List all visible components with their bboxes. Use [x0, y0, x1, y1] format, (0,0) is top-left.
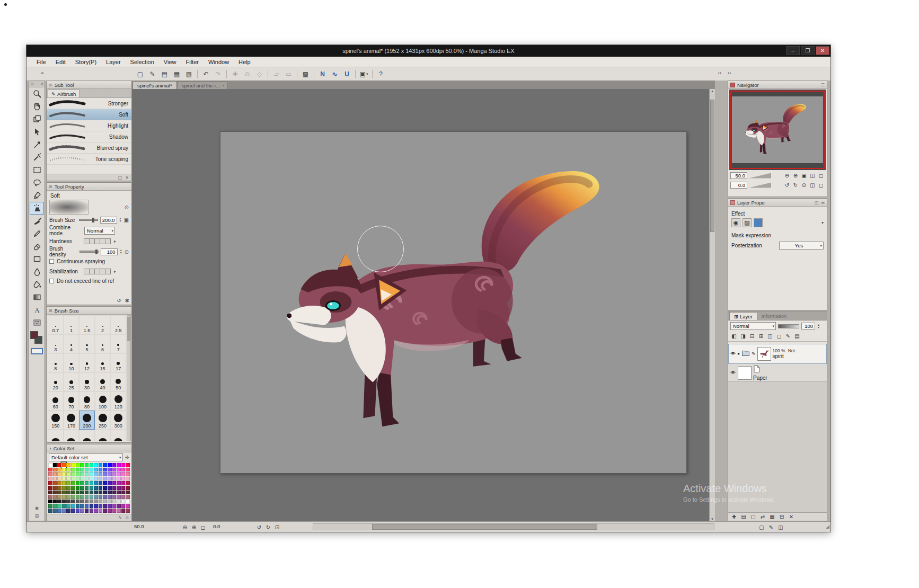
palette-swatch[interactable]	[112, 486, 117, 490]
brush-size-cell[interactable]: 2	[95, 315, 111, 334]
palette-swatch[interactable]	[62, 477, 66, 481]
menu-storyp[interactable]: Story(P)	[70, 57, 101, 67]
palette-swatch[interactable]	[48, 491, 52, 495]
statusbar-zoom-2-icon[interactable]: ◻	[199, 523, 207, 531]
palette-swatch[interactable]	[85, 472, 89, 476]
subtool-item-stronger[interactable]: Stronger	[47, 98, 131, 109]
palette-swatch[interactable]	[126, 491, 130, 495]
palette-swatch[interactable]	[53, 463, 57, 467]
palette-swatch[interactable]	[80, 504, 84, 508]
palette-swatch[interactable]	[99, 472, 103, 476]
eyedropper-icon[interactable]: ✎	[119, 514, 122, 521]
palette-swatch[interactable]	[126, 504, 130, 508]
palette-swatch[interactable]	[121, 486, 126, 490]
subtool-panel-header[interactable]: ⊞ Sub Tool	[47, 81, 131, 89]
palette-swatch[interactable]	[85, 463, 89, 467]
selection-launcher-icon[interactable]: ▩	[300, 69, 311, 80]
palette-swatch[interactable]	[126, 509, 130, 513]
palette-swatch[interactable]	[112, 481, 117, 485]
palette-swatch[interactable]	[103, 481, 107, 485]
layer-footer-4-icon[interactable]: ▦	[768, 513, 776, 521]
palette-swatch[interactable]	[112, 509, 117, 513]
palette-swatch[interactable]	[62, 504, 66, 508]
palette-swatch[interactable]	[48, 472, 52, 476]
navigator-header[interactable]: Navigator ☰	[728, 81, 827, 89]
invert-selection-icon[interactable]: ▭	[283, 69, 294, 80]
statusbar-zoom-1-icon[interactable]: ⊕	[190, 523, 198, 531]
layer-toolbar-1-icon[interactable]: ◨	[739, 332, 747, 340]
brush-density-stepper[interactable]: ▲▼	[120, 249, 122, 254]
pencil-tool[interactable]	[30, 227, 44, 240]
navigate-tool[interactable]	[30, 113, 44, 126]
menu-file[interactable]: File	[32, 57, 51, 67]
palette-swatch[interactable]	[80, 472, 84, 476]
posterization-dropdown[interactable]: Yes▾	[779, 242, 824, 250]
pen-tool[interactable]	[30, 189, 44, 202]
menu-help[interactable]: Help	[234, 57, 255, 67]
palette-swatch[interactable]	[62, 468, 66, 472]
layer-footer-1-icon[interactable]: ▤	[740, 513, 747, 521]
palette-swatch[interactable]	[121, 468, 126, 472]
palette-swatch[interactable]	[57, 468, 61, 472]
palette-swatch[interactable]	[126, 481, 130, 485]
text-tool[interactable]: A	[30, 304, 44, 316]
navigator-zoom-3-icon[interactable]: ◫	[809, 172, 816, 180]
duplicate-icon[interactable]: ▤	[159, 69, 170, 80]
palette-swatch[interactable]	[121, 477, 126, 481]
palette-swatch[interactable]	[66, 463, 70, 467]
brush-size-cell[interactable]: 250	[95, 411, 111, 430]
effect-0-icon[interactable]: ◉	[731, 218, 740, 227]
deselect-icon[interactable]: ▱	[271, 69, 282, 80]
palette-swatch[interactable]	[80, 463, 84, 467]
statusbar-zoom-0-icon[interactable]: ⊖	[181, 523, 189, 531]
palette-swatch[interactable]	[117, 509, 121, 513]
color-set-header[interactable]: ◑ Color Set	[47, 444, 131, 452]
brush-size-cell[interactable]: 17	[110, 353, 126, 372]
palette-swatch[interactable]	[90, 468, 94, 472]
statusbar-right-1-icon[interactable]: ✎	[767, 523, 775, 531]
lasso-tool[interactable]	[30, 176, 44, 189]
palette-swatch[interactable]	[90, 486, 94, 490]
brush-size-cell[interactable]: 25	[64, 372, 79, 391]
palette-swatch[interactable]	[99, 491, 103, 495]
palette-swatch[interactable]	[94, 481, 98, 485]
palette-swatch[interactable]	[94, 463, 98, 467]
palette-swatch[interactable]	[108, 495, 112, 499]
minimize-button[interactable]: –	[786, 46, 800, 55]
new-icon[interactable]: ▢	[135, 69, 146, 80]
palette-swatch[interactable]	[108, 486, 112, 490]
palette-swatch[interactable]	[103, 463, 107, 467]
palette-swatch[interactable]	[103, 491, 107, 495]
brush-size-cell[interactable]: 2.5	[110, 315, 126, 334]
palette-swatch[interactable]	[71, 500, 75, 504]
palette-swatch[interactable]	[62, 481, 66, 485]
palette-swatch[interactable]	[57, 463, 61, 467]
gear-icon[interactable]: ✱	[35, 506, 39, 511]
reset-icon[interactable]: ↺	[117, 298, 121, 304]
layer-toolbar-6-icon[interactable]: ✎	[784, 332, 792, 340]
toolbar-collapse-left-icon[interactable]: «	[38, 70, 47, 76]
tab-close-icon[interactable]: ×	[222, 83, 225, 88]
palette-swatch[interactable]	[99, 504, 103, 508]
palette-swatch[interactable]	[48, 477, 52, 481]
palette-swatch[interactable]	[117, 491, 121, 495]
palette-swatch[interactable]	[117, 504, 121, 508]
palette-swatch[interactable]	[103, 500, 107, 504]
brush-size-cell[interactable]: 7	[110, 334, 126, 353]
palette-swatch[interactable]	[121, 495, 126, 499]
navigator-rotate-2-icon[interactable]: ⊙	[800, 182, 808, 189]
palette-swatch[interactable]	[99, 463, 103, 467]
brush-size-cell[interactable]: 12	[79, 353, 95, 372]
menu-filter[interactable]: Filter	[181, 57, 204, 67]
statusbar-rotate-2-icon[interactable]: ⊡	[273, 523, 281, 531]
palette-swatch[interactable]	[53, 477, 57, 481]
palette-swatch[interactable]	[48, 486, 52, 490]
tab-layer[interactable]: ⊞Layer	[729, 312, 757, 320]
palette-swatch[interactable]	[85, 477, 89, 481]
palette-swatch[interactable]	[66, 495, 70, 499]
palette-swatch[interactable]	[80, 491, 84, 495]
palette-swatch[interactable]	[71, 509, 75, 513]
continuous-spraying-checkbox[interactable]	[49, 259, 54, 264]
redo-icon[interactable]: ↷	[213, 69, 224, 80]
dynamics-icon[interactable]: ▣	[124, 217, 129, 223]
